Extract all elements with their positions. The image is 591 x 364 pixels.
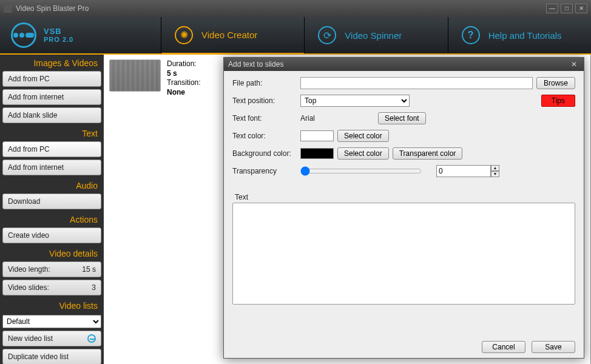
nav-video-creator[interactable]: ✺ Video Creator [161,17,304,55]
duration-value: 5 s [167,69,177,78]
download-audio[interactable]: Download [2,194,101,209]
top-nav: VSB PRO 2.0 ✺ Video Creator ⟳ Video Spin… [0,17,591,55]
save-button[interactable]: Save [532,341,575,353]
transparent-color-button[interactable]: Transparent color [393,147,463,160]
slide-thumbnail[interactable] [109,59,161,92]
add-from-pc-text[interactable]: Add from PC [2,141,101,157]
select-font-button[interactable]: Select font [378,112,426,124]
close-button[interactable]: ✕ [575,4,587,13]
file-path-input[interactable] [300,77,533,89]
add-from-pc-images[interactable]: Add from PC [2,71,101,87]
text-area-label: Text [232,191,575,203]
video-list-select[interactable]: Default [2,315,101,328]
text-color-label: Text color: [232,132,297,140]
transparency-slider[interactable] [300,166,422,176]
video-length-row: Video length: 15 s [2,261,101,277]
browse-button[interactable]: Browse [536,77,575,89]
bg-color-swatch [300,148,334,159]
section-audio: Audio [0,177,104,193]
add-from-internet-images[interactable]: Add from internet [2,89,101,105]
logo-text: VSB PRO 2.0 [44,27,73,43]
transparency-label: Transparency [232,167,297,175]
tips-button[interactable]: Tips [541,95,575,107]
logo-icon [11,22,36,48]
window-titlebar: Video Spin Blaster Pro — □ ✕ [0,0,591,17]
dialog-titlebar: Add text to slides ✕ [224,58,584,71]
select-bg-color-button[interactable]: Select color [337,147,389,160]
new-video-list[interactable]: New video list [2,331,101,346]
window-title: Video Spin Blaster Pro [16,4,89,13]
video-slides-label: Video slides: [8,283,49,292]
section-images-videos: Images & Videos [0,55,104,70]
section-text: Text [0,125,104,141]
sidebar: Images & Videos Add from PC Add from int… [0,55,104,364]
dialog-title: Add text to slides [228,60,283,69]
text-position-label: Text position: [232,96,297,105]
new-list-icon [87,334,96,343]
spin-up-icon[interactable]: ▲ [491,165,499,171]
select-text-color-button[interactable]: Select color [337,130,389,142]
nav-label: Video Creator [201,30,257,40]
bg-color-label: Background color: [232,149,297,158]
add-blank-slide[interactable]: Add blank slide [2,107,101,123]
video-list-dropdown[interactable]: Default [2,315,101,328]
section-video-details: Video details [0,245,104,261]
file-path-label: File path: [232,79,297,87]
transition-label: Transition: [167,78,201,88]
transparency-input[interactable] [436,165,491,177]
text-font-value: Arial [300,114,374,123]
video-slides-value: 3 [92,283,96,292]
maximize-button[interactable]: □ [561,4,573,13]
logo: VSB PRO 2.0 [0,17,161,53]
app-icon [4,4,12,13]
nav-label: Help and Tutorials [488,30,562,41]
refresh-icon: ⟳ [318,26,336,44]
text-area[interactable] [232,203,575,305]
minimize-button[interactable]: — [546,4,558,13]
question-icon: ? [462,26,480,44]
nav-help[interactable]: ? Help and Tutorials [448,17,591,53]
nav-video-spinner[interactable]: ⟳ Video Spinner [304,17,447,53]
add-text-dialog: Add text to slides ✕ File path: Browse T… [223,57,584,359]
add-from-internet-text[interactable]: Add from internet [2,160,101,175]
duplicate-video-list[interactable]: Duplicate video list [2,349,101,364]
slide-meta: Duration: 5 s Transition: None [167,59,201,97]
text-color-swatch [300,130,334,141]
gear-icon: ✺ [175,26,193,44]
nav-label: Video Spinner [345,30,402,41]
duration-label: Duration: [167,59,201,69]
video-length-value: 15 s [82,265,96,274]
create-video[interactable]: Create video [2,228,101,243]
video-length-label: Video length: [8,265,50,274]
section-video-lists: Video lists [0,297,104,313]
spin-down-icon[interactable]: ▼ [491,171,499,177]
transition-value: None [167,88,185,96]
section-actions: Actions [0,211,104,227]
video-slides-row: Video slides: 3 [2,280,101,295]
text-font-label: Text font: [232,114,297,123]
cancel-button[interactable]: Cancel [482,341,525,353]
text-position-select[interactable]: Top [300,95,410,107]
dialog-close-icon[interactable]: ✕ [569,60,579,69]
